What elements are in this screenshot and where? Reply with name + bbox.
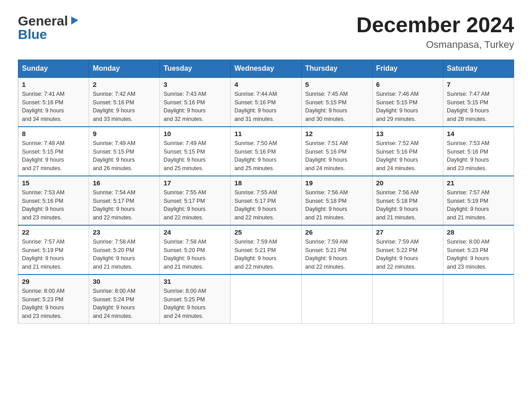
logo-arrow-icon (69, 16, 79, 26)
header-cell-tuesday: Tuesday (160, 60, 231, 77)
calendar-cell: 13Sunrise: 7:52 AMSunset: 5:16 PMDayligh… (372, 127, 443, 176)
day-number: 18 (234, 179, 297, 187)
calendar: SundayMondayTuesdayWednesdayThursdayFrid… (18, 60, 514, 324)
day-info: Sunrise: 7:43 AMSunset: 5:16 PMDaylight:… (163, 90, 227, 124)
day-info: Sunrise: 7:45 AMSunset: 5:15 PMDaylight:… (305, 90, 369, 124)
day-info: Sunrise: 7:48 AMSunset: 5:15 PMDaylight:… (22, 139, 85, 173)
day-number: 20 (376, 179, 439, 187)
logo: General Blue (18, 13, 79, 42)
calendar-cell: 28Sunrise: 8:00 AMSunset: 5:23 PMDayligh… (443, 225, 514, 274)
calendar-cell: 3Sunrise: 7:43 AMSunset: 5:16 PMDaylight… (160, 77, 231, 127)
day-number: 25 (234, 228, 297, 236)
calendar-cell: 11Sunrise: 7:50 AMSunset: 5:16 PMDayligh… (231, 127, 301, 176)
day-number: 13 (376, 130, 439, 137)
header-cell-monday: Monday (89, 60, 160, 77)
week-row-4: 22Sunrise: 7:57 AMSunset: 5:19 PMDayligh… (18, 225, 514, 274)
day-number: 12 (305, 130, 369, 137)
logo-blue: Blue (18, 27, 47, 42)
calendar-cell: 10Sunrise: 7:49 AMSunset: 5:15 PMDayligh… (160, 127, 231, 176)
calendar-cell: 22Sunrise: 7:57 AMSunset: 5:19 PMDayligh… (18, 225, 89, 274)
day-number: 24 (163, 228, 227, 236)
day-info: Sunrise: 8:00 AMSunset: 5:25 PMDaylight:… (163, 287, 227, 321)
calendar-cell: 14Sunrise: 7:53 AMSunset: 5:16 PMDayligh… (443, 127, 514, 176)
calendar-cell: 25Sunrise: 7:59 AMSunset: 5:21 PMDayligh… (231, 225, 301, 274)
day-info: Sunrise: 7:53 AMSunset: 5:16 PMDaylight:… (22, 188, 85, 222)
week-row-2: 8Sunrise: 7:48 AMSunset: 5:15 PMDaylight… (18, 127, 514, 176)
day-info: Sunrise: 7:44 AMSunset: 5:16 PMDaylight:… (234, 90, 297, 124)
header-cell-saturday: Saturday (443, 60, 514, 77)
calendar-cell: 4Sunrise: 7:44 AMSunset: 5:16 PMDaylight… (231, 77, 301, 127)
day-number: 10 (163, 130, 227, 137)
day-number: 3 (163, 81, 227, 88)
day-info: Sunrise: 7:49 AMSunset: 5:15 PMDaylight:… (163, 139, 227, 173)
day-number: 4 (234, 81, 297, 88)
calendar-body: 1Sunrise: 7:41 AMSunset: 5:16 PMDaylight… (18, 77, 514, 324)
day-info: Sunrise: 8:00 AMSunset: 5:24 PMDaylight:… (93, 287, 156, 321)
calendar-cell: 12Sunrise: 7:51 AMSunset: 5:16 PMDayligh… (301, 127, 372, 176)
day-info: Sunrise: 7:59 AMSunset: 5:21 PMDaylight:… (234, 238, 297, 271)
header-cell-sunday: Sunday (18, 60, 89, 77)
day-info: Sunrise: 7:59 AMSunset: 5:21 PMDaylight:… (305, 238, 369, 271)
subtitle: Osmanpasa, Turkey (356, 39, 514, 51)
calendar-cell: 29Sunrise: 8:00 AMSunset: 5:23 PMDayligh… (18, 274, 89, 324)
calendar-cell: 27Sunrise: 7:59 AMSunset: 5:22 PMDayligh… (372, 225, 443, 274)
calendar-cell: 20Sunrise: 7:56 AMSunset: 5:18 PMDayligh… (372, 176, 443, 225)
day-info: Sunrise: 7:50 AMSunset: 5:16 PMDaylight:… (234, 139, 297, 173)
day-number: 14 (447, 130, 510, 137)
day-number: 28 (447, 228, 510, 236)
calendar-cell: 15Sunrise: 7:53 AMSunset: 5:16 PMDayligh… (18, 176, 89, 225)
header-cell-wednesday: Wednesday (231, 60, 301, 77)
day-number: 2 (93, 81, 156, 88)
day-number: 11 (234, 130, 297, 137)
day-info: Sunrise: 7:47 AMSunset: 5:15 PMDaylight:… (447, 90, 510, 124)
day-number: 23 (93, 228, 156, 236)
day-number: 6 (376, 81, 439, 88)
day-number: 15 (22, 179, 85, 187)
day-info: Sunrise: 7:52 AMSunset: 5:16 PMDaylight:… (376, 139, 439, 173)
calendar-cell: 21Sunrise: 7:57 AMSunset: 5:19 PMDayligh… (443, 176, 514, 225)
logo-general: General (18, 13, 68, 29)
day-number: 21 (447, 179, 510, 187)
day-number: 27 (376, 228, 439, 236)
day-info: Sunrise: 7:55 AMSunset: 5:17 PMDaylight:… (163, 188, 227, 222)
calendar-cell: 19Sunrise: 7:56 AMSunset: 5:18 PMDayligh… (301, 176, 372, 225)
logo-line1: General (18, 13, 79, 29)
calendar-cell: 30Sunrise: 8:00 AMSunset: 5:24 PMDayligh… (89, 274, 160, 324)
calendar-header: SundayMondayTuesdayWednesdayThursdayFrid… (18, 60, 514, 77)
day-info: Sunrise: 7:56 AMSunset: 5:18 PMDaylight:… (305, 188, 369, 222)
day-number: 17 (163, 179, 227, 187)
week-row-5: 29Sunrise: 8:00 AMSunset: 5:23 PMDayligh… (18, 274, 514, 324)
day-info: Sunrise: 7:57 AMSunset: 5:19 PMDaylight:… (447, 188, 510, 222)
day-number: 26 (305, 228, 369, 236)
calendar-cell: 31Sunrise: 8:00 AMSunset: 5:25 PMDayligh… (160, 274, 231, 324)
day-info: Sunrise: 7:53 AMSunset: 5:16 PMDaylight:… (447, 139, 510, 173)
calendar-cell (231, 274, 301, 324)
day-info: Sunrise: 7:49 AMSunset: 5:15 PMDaylight:… (93, 139, 156, 173)
calendar-cell (443, 274, 514, 324)
calendar-cell: 26Sunrise: 7:59 AMSunset: 5:21 PMDayligh… (301, 225, 372, 274)
day-info: Sunrise: 7:55 AMSunset: 5:17 PMDaylight:… (234, 188, 297, 222)
day-info: Sunrise: 8:00 AMSunset: 5:23 PMDaylight:… (447, 238, 510, 271)
calendar-cell: 24Sunrise: 7:58 AMSunset: 5:20 PMDayligh… (160, 225, 231, 274)
week-row-1: 1Sunrise: 7:41 AMSunset: 5:16 PMDaylight… (18, 77, 514, 127)
calendar-cell: 17Sunrise: 7:55 AMSunset: 5:17 PMDayligh… (160, 176, 231, 225)
header-cell-thursday: Thursday (301, 60, 372, 77)
day-info: Sunrise: 7:54 AMSunset: 5:17 PMDaylight:… (93, 188, 156, 222)
calendar-cell: 16Sunrise: 7:54 AMSunset: 5:17 PMDayligh… (89, 176, 160, 225)
day-info: Sunrise: 7:57 AMSunset: 5:19 PMDaylight:… (22, 238, 85, 271)
day-number: 16 (93, 179, 156, 187)
day-number: 8 (22, 130, 85, 137)
day-info: Sunrise: 7:59 AMSunset: 5:22 PMDaylight:… (376, 238, 439, 271)
day-info: Sunrise: 7:51 AMSunset: 5:16 PMDaylight:… (305, 139, 369, 173)
calendar-cell (301, 274, 372, 324)
day-info: Sunrise: 7:42 AMSunset: 5:16 PMDaylight:… (93, 90, 156, 124)
day-number: 5 (305, 81, 369, 88)
calendar-cell: 8Sunrise: 7:48 AMSunset: 5:15 PMDaylight… (18, 127, 89, 176)
day-info: Sunrise: 7:58 AMSunset: 5:20 PMDaylight:… (93, 238, 156, 271)
day-number: 1 (22, 81, 85, 88)
week-row-3: 15Sunrise: 7:53 AMSunset: 5:16 PMDayligh… (18, 176, 514, 225)
day-number: 29 (22, 278, 85, 285)
day-number: 7 (447, 81, 510, 88)
day-number: 9 (93, 130, 156, 137)
day-info: Sunrise: 7:46 AMSunset: 5:15 PMDaylight:… (376, 90, 439, 124)
